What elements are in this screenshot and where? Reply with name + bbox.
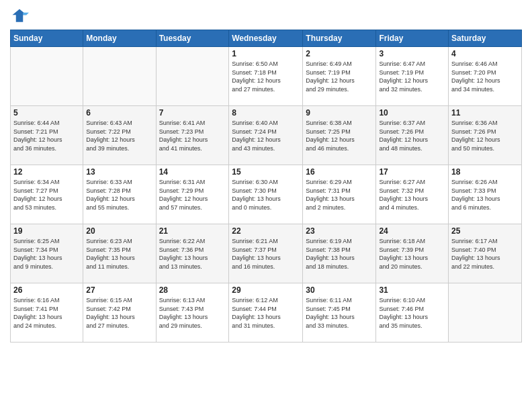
calendar-cell: 5Sunrise: 6:44 AM Sunset: 7:21 PM Daylig… <box>11 106 83 165</box>
day-number: 28 <box>159 285 226 295</box>
day-info: Sunrise: 6:25 AM Sunset: 7:34 PM Dayligh… <box>13 237 80 271</box>
day-info: Sunrise: 6:29 AM Sunset: 7:31 PM Dayligh… <box>306 178 373 212</box>
day-info: Sunrise: 6:43 AM Sunset: 7:22 PM Dayligh… <box>86 119 152 152</box>
calendar-cell <box>11 47 83 106</box>
calendar-cell: 23Sunrise: 6:19 AM Sunset: 7:38 PM Dayli… <box>303 224 376 283</box>
day-number: 29 <box>232 285 300 295</box>
logo-icon <box>10 7 29 26</box>
day-info: Sunrise: 6:49 AM Sunset: 7:19 PM Dayligh… <box>306 60 373 93</box>
day-number: 30 <box>306 285 373 295</box>
calendar-cell: 9Sunrise: 6:38 AM Sunset: 7:25 PM Daylig… <box>303 106 376 165</box>
day-info: Sunrise: 6:44 AM Sunset: 7:21 PM Dayligh… <box>13 119 80 152</box>
day-number: 4 <box>451 49 519 58</box>
day-number: 12 <box>13 167 80 177</box>
day-number: 23 <box>306 226 373 236</box>
calendar-cell: 15Sunrise: 6:30 AM Sunset: 7:30 PM Dayli… <box>229 165 303 224</box>
weekday-header-wednesday: Wednesday <box>229 30 303 47</box>
day-number: 1 <box>232 49 300 58</box>
calendar-cell: 28Sunrise: 6:13 AM Sunset: 7:43 PM Dayli… <box>156 283 229 342</box>
day-number: 13 <box>86 167 152 177</box>
calendar-cell <box>449 283 522 342</box>
day-number: 2 <box>306 49 373 58</box>
calendar-cell: 7Sunrise: 6:41 AM Sunset: 7:23 PM Daylig… <box>156 106 229 165</box>
calendar-cell: 27Sunrise: 6:15 AM Sunset: 7:42 PM Dayli… <box>83 283 156 342</box>
day-number: 6 <box>86 108 152 118</box>
logo <box>10 7 32 26</box>
week-row-4: 19Sunrise: 6:25 AM Sunset: 7:34 PM Dayli… <box>11 224 522 283</box>
day-number: 18 <box>451 167 519 177</box>
day-number: 10 <box>379 108 445 118</box>
calendar-table: SundayMondayTuesdayWednesdayThursdayFrid… <box>10 30 522 342</box>
day-info: Sunrise: 6:31 AM Sunset: 7:29 PM Dayligh… <box>159 178 226 212</box>
day-number: 20 <box>86 226 152 236</box>
weekday-header-monday: Monday <box>83 30 156 47</box>
calendar-cell: 13Sunrise: 6:33 AM Sunset: 7:28 PM Dayli… <box>83 165 156 224</box>
day-number: 16 <box>306 167 373 177</box>
calendar-cell: 11Sunrise: 6:36 AM Sunset: 7:26 PM Dayli… <box>449 106 522 165</box>
calendar-cell <box>83 47 156 106</box>
calendar-cell: 4Sunrise: 6:46 AM Sunset: 7:20 PM Daylig… <box>449 47 522 106</box>
calendar-cell: 16Sunrise: 6:29 AM Sunset: 7:31 PM Dayli… <box>303 165 376 224</box>
calendar-cell: 3Sunrise: 6:47 AM Sunset: 7:19 PM Daylig… <box>376 47 449 106</box>
day-number: 7 <box>159 108 226 118</box>
week-row-3: 12Sunrise: 6:34 AM Sunset: 7:27 PM Dayli… <box>11 165 522 224</box>
weekday-header-sunday: Sunday <box>11 30 83 47</box>
calendar-cell: 17Sunrise: 6:27 AM Sunset: 7:32 PM Dayli… <box>376 165 449 224</box>
day-info: Sunrise: 6:33 AM Sunset: 7:28 PM Dayligh… <box>86 178 152 212</box>
calendar-cell: 29Sunrise: 6:12 AM Sunset: 7:44 PM Dayli… <box>229 283 303 342</box>
weekday-header-tuesday: Tuesday <box>156 30 229 47</box>
day-info: Sunrise: 6:11 AM Sunset: 7:45 PM Dayligh… <box>306 296 373 330</box>
calendar-cell: 21Sunrise: 6:22 AM Sunset: 7:36 PM Dayli… <box>156 224 229 283</box>
day-info: Sunrise: 6:38 AM Sunset: 7:25 PM Dayligh… <box>306 119 373 152</box>
day-number: 25 <box>451 226 519 236</box>
calendar-cell: 8Sunrise: 6:40 AM Sunset: 7:24 PM Daylig… <box>229 106 303 165</box>
day-number: 17 <box>379 167 445 177</box>
calendar-cell: 31Sunrise: 6:10 AM Sunset: 7:46 PM Dayli… <box>376 283 449 342</box>
svg-marker-1 <box>23 13 29 15</box>
day-info: Sunrise: 6:37 AM Sunset: 7:26 PM Dayligh… <box>379 119 445 152</box>
day-number: 9 <box>306 108 373 118</box>
day-info: Sunrise: 6:10 AM Sunset: 7:46 PM Dayligh… <box>379 296 445 330</box>
day-number: 14 <box>159 167 226 177</box>
svg-marker-0 <box>13 9 27 22</box>
day-number: 3 <box>379 49 445 58</box>
day-info: Sunrise: 6:50 AM Sunset: 7:18 PM Dayligh… <box>232 60 300 93</box>
day-number: 22 <box>232 226 300 236</box>
day-number: 8 <box>232 108 300 118</box>
calendar-cell: 18Sunrise: 6:26 AM Sunset: 7:33 PM Dayli… <box>449 165 522 224</box>
day-info: Sunrise: 6:13 AM Sunset: 7:43 PM Dayligh… <box>159 296 226 330</box>
day-number: 26 <box>13 285 80 295</box>
day-info: Sunrise: 6:19 AM Sunset: 7:38 PM Dayligh… <box>306 237 373 271</box>
day-info: Sunrise: 6:26 AM Sunset: 7:33 PM Dayligh… <box>451 178 519 212</box>
day-info: Sunrise: 6:17 AM Sunset: 7:40 PM Dayligh… <box>451 237 519 271</box>
header <box>10 7 522 26</box>
day-info: Sunrise: 6:18 AM Sunset: 7:39 PM Dayligh… <box>379 237 445 271</box>
day-number: 15 <box>232 167 300 177</box>
calendar-cell: 10Sunrise: 6:37 AM Sunset: 7:26 PM Dayli… <box>376 106 449 165</box>
day-info: Sunrise: 6:46 AM Sunset: 7:20 PM Dayligh… <box>451 60 519 93</box>
day-info: Sunrise: 6:27 AM Sunset: 7:32 PM Dayligh… <box>379 178 445 212</box>
calendar-cell: 25Sunrise: 6:17 AM Sunset: 7:40 PM Dayli… <box>449 224 522 283</box>
day-number: 24 <box>379 226 445 236</box>
day-info: Sunrise: 6:36 AM Sunset: 7:26 PM Dayligh… <box>451 119 519 152</box>
day-number: 11 <box>451 108 519 118</box>
week-row-2: 5Sunrise: 6:44 AM Sunset: 7:21 PM Daylig… <box>11 106 522 165</box>
day-info: Sunrise: 6:15 AM Sunset: 7:42 PM Dayligh… <box>86 296 152 330</box>
day-info: Sunrise: 6:12 AM Sunset: 7:44 PM Dayligh… <box>232 296 300 330</box>
calendar-cell: 26Sunrise: 6:16 AM Sunset: 7:41 PM Dayli… <box>11 283 83 342</box>
weekday-header-saturday: Saturday <box>449 30 522 47</box>
calendar-cell: 22Sunrise: 6:21 AM Sunset: 7:37 PM Dayli… <box>229 224 303 283</box>
week-row-1: 1Sunrise: 6:50 AM Sunset: 7:18 PM Daylig… <box>11 47 522 106</box>
weekday-header-row: SundayMondayTuesdayWednesdayThursdayFrid… <box>11 30 522 47</box>
week-row-5: 26Sunrise: 6:16 AM Sunset: 7:41 PM Dayli… <box>11 283 522 342</box>
calendar-cell: 1Sunrise: 6:50 AM Sunset: 7:18 PM Daylig… <box>229 47 303 106</box>
day-info: Sunrise: 6:47 AM Sunset: 7:19 PM Dayligh… <box>379 60 445 93</box>
day-number: 31 <box>379 285 445 295</box>
calendar-cell: 2Sunrise: 6:49 AM Sunset: 7:19 PM Daylig… <box>303 47 376 106</box>
day-info: Sunrise: 6:40 AM Sunset: 7:24 PM Dayligh… <box>232 119 300 152</box>
calendar-cell: 19Sunrise: 6:25 AM Sunset: 7:34 PM Dayli… <box>11 224 83 283</box>
calendar-cell <box>156 47 229 106</box>
day-info: Sunrise: 6:34 AM Sunset: 7:27 PM Dayligh… <box>13 178 80 212</box>
day-info: Sunrise: 6:30 AM Sunset: 7:30 PM Dayligh… <box>232 178 300 212</box>
day-number: 27 <box>86 285 152 295</box>
